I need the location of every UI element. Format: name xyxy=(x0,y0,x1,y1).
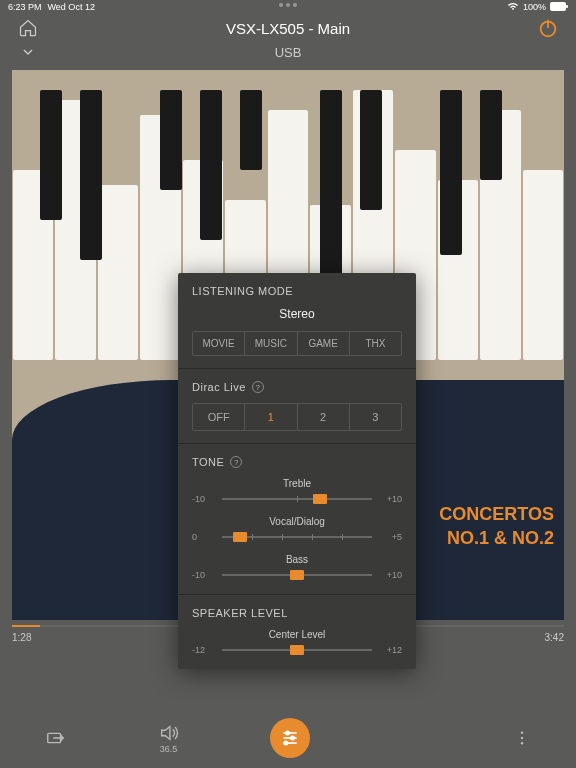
svg-point-12 xyxy=(521,732,523,734)
center-max: +12 xyxy=(380,645,402,655)
vocal-slider-group: Vocal/Dialog 0 +5 xyxy=(192,516,402,542)
center-min: -12 xyxy=(192,645,214,655)
speaker-level-section: SPEAKER LEVEL Center Level -12 +12 xyxy=(178,595,416,669)
listening-mode-tabs: MOVIE MUSIC GAME THX xyxy=(192,331,402,356)
help-icon[interactable]: ? xyxy=(252,381,264,393)
input-select-button[interactable] xyxy=(45,727,67,749)
home-icon[interactable] xyxy=(16,16,40,40)
mode-tab-movie[interactable]: MOVIE xyxy=(193,332,245,355)
bass-max: +10 xyxy=(380,570,402,580)
volume-value: 36.5 xyxy=(160,744,178,754)
treble-slider-group: Treble -10 +10 xyxy=(192,478,402,504)
total-time: 3:42 xyxy=(545,632,564,643)
battery-percent: 100% xyxy=(523,2,546,12)
svg-point-11 xyxy=(284,741,287,744)
source-label: USB xyxy=(275,45,302,60)
help-icon[interactable]: ? xyxy=(230,456,242,468)
treble-slider[interactable] xyxy=(222,498,372,500)
listening-mode-section: LISTENING MODE Stereo MOVIE MUSIC GAME T… xyxy=(178,273,416,369)
treble-max: +10 xyxy=(380,494,402,504)
bass-slider-group: Bass -10 +10 xyxy=(192,554,402,580)
vocal-min: 0 xyxy=(192,532,214,542)
bass-slider[interactable] xyxy=(222,574,372,576)
mode-tab-thx[interactable]: THX xyxy=(350,332,401,355)
center-level-group: Center Level -12 +12 xyxy=(192,629,402,655)
volume-button[interactable]: 36.5 xyxy=(158,722,180,754)
treble-label: Treble xyxy=(192,478,402,489)
battery-icon xyxy=(550,2,568,13)
vocal-slider[interactable] xyxy=(222,536,372,538)
more-icon[interactable] xyxy=(513,729,531,747)
tone-title: TONE xyxy=(192,456,224,468)
album-title-text: CONCERTOS NO.1 & NO.2 xyxy=(439,503,554,550)
dirac-1[interactable]: 1 xyxy=(245,404,297,430)
svg-point-13 xyxy=(521,737,523,739)
mode-tab-game[interactable]: GAME xyxy=(298,332,350,355)
center-level-slider[interactable] xyxy=(222,649,372,651)
svg-rect-0 xyxy=(550,2,566,11)
listening-mode-title: LISTENING MODE xyxy=(192,285,402,297)
status-bar: 6:23 PM Wed Oct 12 100% xyxy=(0,0,576,14)
bass-min: -10 xyxy=(192,570,214,580)
status-date: Wed Oct 12 xyxy=(48,2,95,12)
vocal-label: Vocal/Dialog xyxy=(192,516,402,527)
mode-tab-music[interactable]: MUSIC xyxy=(245,332,297,355)
dirac-off[interactable]: OFF xyxy=(193,404,245,430)
center-level-label: Center Level xyxy=(192,629,402,640)
equalizer-button[interactable] xyxy=(270,718,310,758)
dirac-title: Dirac Live xyxy=(192,381,246,393)
device-title: VSX-LX505 - Main xyxy=(226,20,350,37)
svg-rect-1 xyxy=(566,5,568,8)
wifi-icon xyxy=(507,2,519,13)
app-header: VSX-LX505 - Main USB xyxy=(0,14,576,64)
svg-point-10 xyxy=(291,736,294,739)
elapsed-time: 1:28 xyxy=(12,632,31,643)
multitask-dots xyxy=(279,3,297,7)
dirac-tabs: OFF 1 2 3 xyxy=(192,403,402,431)
power-icon[interactable] xyxy=(536,16,560,40)
chevron-down-icon[interactable] xyxy=(16,40,40,64)
dirac-live-section: Dirac Live ? OFF 1 2 3 xyxy=(178,369,416,444)
svg-point-14 xyxy=(521,742,523,744)
bass-label: Bass xyxy=(192,554,402,565)
tone-section: TONE ? Treble -10 +10 Vocal/Dialog 0 xyxy=(178,444,416,595)
listening-mode-current: Stereo xyxy=(192,307,402,321)
status-time: 6:23 PM xyxy=(8,2,42,12)
svg-point-9 xyxy=(286,731,289,734)
svg-marker-5 xyxy=(161,727,169,740)
bottom-toolbar: 36.5 xyxy=(0,708,576,768)
audio-settings-panel: LISTENING MODE Stereo MOVIE MUSIC GAME T… xyxy=(178,273,416,669)
vocal-max: +5 xyxy=(380,532,402,542)
dirac-2[interactable]: 2 xyxy=(298,404,350,430)
speaker-level-title: SPEAKER LEVEL xyxy=(192,607,402,619)
treble-min: -10 xyxy=(192,494,214,504)
dirac-3[interactable]: 3 xyxy=(350,404,401,430)
